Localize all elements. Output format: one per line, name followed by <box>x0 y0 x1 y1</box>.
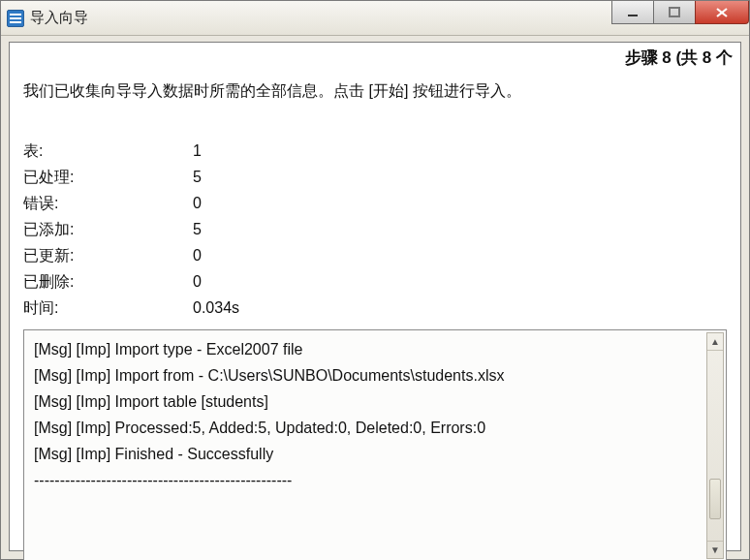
close-button[interactable] <box>695 1 749 24</box>
stats-row: 表:1 <box>23 138 239 164</box>
stat-label: 表: <box>23 138 193 164</box>
stat-value: 0 <box>193 242 202 268</box>
scroll-up-icon[interactable]: ▲ <box>707 333 723 351</box>
step-indicator: 步骤 8 (共 8 个 <box>625 47 733 69</box>
titlebar[interactable]: 导入向导 <box>1 1 749 36</box>
stat-value: 5 <box>193 216 202 242</box>
stat-label: 错误: <box>23 190 193 216</box>
stat-value: 0 <box>193 190 202 216</box>
scrollbar[interactable]: ▲ ▼ <box>706 332 724 559</box>
stat-label: 已删除: <box>23 268 193 295</box>
log-content: [Msg] [Imp] Import type - Excel2007 file… <box>34 336 699 555</box>
scroll-thumb[interactable] <box>709 479 721 519</box>
scroll-down-icon[interactable]: ▼ <box>707 541 723 558</box>
svg-rect-0 <box>628 15 638 16</box>
svg-rect-1 <box>670 8 679 16</box>
stat-label: 时间: <box>23 295 193 321</box>
stats-row: 已添加:5 <box>23 216 239 242</box>
stats-table: 表:1已处理:5错误:0已添加:5已更新:0已删除:0时间:0.034s <box>23 138 239 321</box>
stat-value: 0.034s <box>193 295 239 321</box>
maximize-button[interactable] <box>653 1 696 24</box>
app-icon <box>7 10 24 27</box>
wizard-panel: 步骤 8 (共 8 个 我们已收集向导导入数据时所需的全部信息。点击 [开始] … <box>9 42 741 551</box>
stat-value: 5 <box>193 164 202 190</box>
window-controls <box>612 1 749 26</box>
log-box: [Msg] [Imp] Import type - Excel2007 file… <box>23 329 727 560</box>
window-title: 导入向导 <box>30 9 88 27</box>
stats-row: 已处理:5 <box>23 164 239 190</box>
stats-row: 错误:0 <box>23 190 239 216</box>
stats-row: 已删除:0 <box>23 268 239 295</box>
stats-row: 时间:0.034s <box>23 295 239 321</box>
stat-label: 已更新: <box>23 242 193 268</box>
stats-row: 已更新:0 <box>23 242 239 268</box>
import-wizard-window: 导入向导 步骤 8 (共 8 个 我们已收集向导导入数据时所需的全部信息。点击 … <box>0 0 750 560</box>
stat-value: 0 <box>193 268 202 295</box>
minimize-button[interactable] <box>611 1 654 24</box>
stat-label: 已处理: <box>23 164 193 190</box>
stat-label: 已添加: <box>23 216 193 242</box>
intro-text: 我们已收集向导导入数据时所需的全部信息。点击 [开始] 按钮进行导入。 <box>23 81 521 102</box>
stat-value: 1 <box>193 138 202 164</box>
